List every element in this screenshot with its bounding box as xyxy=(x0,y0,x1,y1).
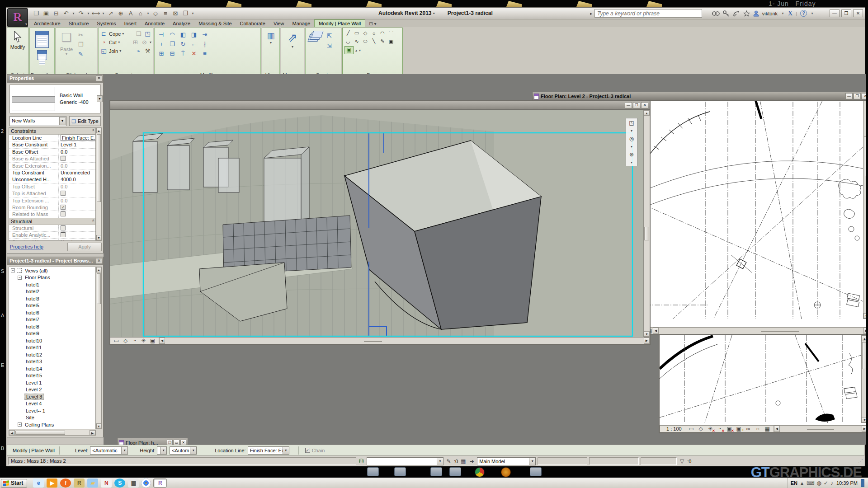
visual-style-icon[interactable]: ◇ xyxy=(698,426,704,432)
antivirus-icon[interactable]: ✓ xyxy=(824,480,828,486)
scroll-left-icon[interactable]: ◀ xyxy=(159,338,165,344)
browser-vertical-scrollbar[interactable]: ▲ ▼ xyxy=(96,267,102,429)
tree-item-hotel1[interactable]: hotel1 xyxy=(9,281,95,288)
property-value[interactable]: 0.0 xyxy=(59,149,95,155)
property-row[interactable]: Base ConstraintLevel 1 xyxy=(9,141,95,148)
rotate-tool[interactable]: ↻ xyxy=(178,39,188,49)
arc-tool[interactable]: ◠ xyxy=(378,29,387,37)
property-row[interactable]: Top Extension ...0.0 xyxy=(9,197,95,204)
property-row[interactable]: Top Offset0.0 xyxy=(9,183,95,190)
paste-button[interactable]: ❏ Paste ▾ xyxy=(56,28,77,71)
extend-tool[interactable]: ⇥ xyxy=(200,30,210,39)
height-combo[interactable]: <Autom▾ xyxy=(170,446,197,455)
desktop-icon[interactable] xyxy=(576,1,592,7)
design-options-icon[interactable]: ▦ xyxy=(460,458,467,465)
array-tool[interactable]: ⊞ xyxy=(156,49,166,58)
zoom-icon-dropdown[interactable]: ▾ xyxy=(631,160,632,164)
viewcube-icon[interactable]: ◳ xyxy=(628,120,635,126)
modify-button[interactable]: Modify xyxy=(7,28,28,71)
system-app-icon[interactable]: ▦ xyxy=(128,479,139,488)
tree-item-hotel11[interactable]: hotel11 xyxy=(9,344,95,352)
scale-icon[interactable]: ▭ xyxy=(113,338,120,344)
tab-architecture[interactable]: Architecture xyxy=(30,20,65,27)
ellipse-tool[interactable]: ⬭ xyxy=(361,38,369,45)
scroll-left-icon[interactable]: ◀ xyxy=(9,430,15,435)
viewcube-icon-dropdown[interactable]: ▾ xyxy=(631,129,632,133)
circle-tool[interactable]: ○ xyxy=(370,29,378,37)
tree-item-ceiling-plans[interactable]: −Ceiling Plans xyxy=(9,421,95,428)
line-tool[interactable]: ╱ xyxy=(344,29,352,37)
project-browser-title[interactable]: Project1-3 radical - Project Brows... ✕ xyxy=(7,257,103,265)
property-row[interactable]: Room Bounding✓ xyxy=(9,204,95,211)
tree-item-hotel13[interactable]: hotel13 xyxy=(9,358,95,366)
location-line-combo[interactable]: Finish Face: Exte▾ xyxy=(248,446,289,455)
revit-taskbar-icon[interactable]: R xyxy=(153,479,167,488)
property-checkbox[interactable] xyxy=(61,232,66,237)
crop-icon[interactable]: ▣ xyxy=(149,338,156,344)
volume-icon[interactable]: ♪ xyxy=(830,480,833,486)
sun-path-icon[interactable]: ☀✕ xyxy=(707,426,714,432)
3d-view-titlebar[interactable]: — ❒ ✕ xyxy=(110,101,650,110)
property-row[interactable]: Location LineFinish Face: E… xyxy=(9,135,95,141)
crop-view-icon[interactable]: ▣✕ xyxy=(726,426,733,432)
property-row[interactable]: Base Extension...0.0 xyxy=(9,163,95,169)
cut-button[interactable]: ◔Cut▾ ⊞⊘▾ xyxy=(99,38,153,47)
tab-modify-place-wall[interactable]: Modify | Place Wall xyxy=(314,19,365,27)
property-row[interactable]: Base Offset0.0 xyxy=(9,149,95,155)
create-group-icon[interactable]: ⇱ xyxy=(326,33,333,39)
tree-item-hotel8[interactable]: hotel8 xyxy=(9,323,95,330)
tree-item-hotel2[interactable]: hotel2 xyxy=(9,288,95,296)
app-titlebar[interactable]: ❒▣⊟↶▾↷▾⟷▾↗⊕A⌂▾◇≡⊠❐▾ Autodesk Revit 2013 … xyxy=(6,8,865,19)
filter-combo[interactable]: New Walls ▾ xyxy=(9,116,66,126)
child-close-icon[interactable]: ✕ xyxy=(862,93,866,99)
folder-icon[interactable]: ▰ xyxy=(87,479,98,488)
tree-item-hotel12[interactable]: hotel12 xyxy=(9,351,95,358)
tree-item-level-1[interactable]: Level 1 xyxy=(9,379,95,386)
property-row[interactable]: Enable Analytic... xyxy=(9,232,95,239)
shadows-icon[interactable]: ◔✕ xyxy=(717,426,723,432)
section-header[interactable]: Constraints» xyxy=(9,128,95,135)
language-indicator[interactable]: EN xyxy=(791,480,797,486)
rectangle-tool[interactable]: ▭ xyxy=(353,29,361,37)
internet-explorer-icon[interactable]: e xyxy=(33,479,44,488)
property-checkbox[interactable] xyxy=(61,225,66,230)
reveal-hidden-icon[interactable]: ○ xyxy=(755,426,761,432)
navigation-bar[interactable]: ◳▾◎▾⊕▾ xyxy=(626,118,637,166)
clock[interactable]: 10:39 PM xyxy=(836,480,858,486)
property-row[interactable]: Top is Attached xyxy=(9,190,95,197)
minimize-button[interactable]: — xyxy=(830,9,840,17)
pick-lines-tool[interactable]: ╲ xyxy=(370,38,378,45)
tree-expander-icon[interactable]: − xyxy=(11,268,15,272)
floor-plan-level2-window[interactable]: ▲▼ ▦ ◀ ▶ xyxy=(645,92,866,335)
split-face-icon[interactable]: ⌁ xyxy=(135,47,142,54)
worksets-icon[interactable]: ⛁ xyxy=(358,458,365,465)
copy-clipboard-icon[interactable]: ❐ xyxy=(77,41,85,48)
property-value[interactable] xyxy=(59,190,95,197)
keyboard-icon[interactable]: ⌨ xyxy=(807,480,814,486)
child-restore-icon[interactable]: ❒ xyxy=(854,93,861,99)
apply-coping-icon[interactable]: ⊞ xyxy=(132,39,139,46)
start-button[interactable]: Start xyxy=(1,479,27,488)
type-selector-dropdown-icon[interactable]: ▾ xyxy=(97,95,103,102)
subscription-key-icon[interactable] xyxy=(723,10,730,17)
tab-systems[interactable]: Systems xyxy=(93,20,120,27)
scroll-right-icon[interactable]: ▶ xyxy=(644,338,650,344)
view-scale[interactable]: 1 : 100 xyxy=(663,426,685,432)
beam-join-icon[interactable]: ◳ xyxy=(144,30,151,37)
browser-horizontal-scrollbar[interactable]: ◀ ▶ xyxy=(9,430,96,436)
tab-manage[interactable]: Manage xyxy=(288,20,315,27)
property-row[interactable]: Structural xyxy=(9,225,95,232)
tree-item-hotel3[interactable]: hotel3 xyxy=(9,295,95,302)
filter-icon[interactable]: ▽ xyxy=(679,458,685,465)
tree-item-level-1[interactable]: Level-- 1 xyxy=(9,407,95,414)
properties-scrollbar[interactable]: ▲ ▼ xyxy=(96,127,102,241)
child-close-icon[interactable]: ✕ xyxy=(641,102,648,108)
tree-item-level-3[interactable]: Level 3 xyxy=(9,393,95,400)
property-row[interactable]: Base is Attached xyxy=(9,155,95,162)
user-account-icon[interactable] xyxy=(753,10,759,17)
property-value[interactable]: 0.0 xyxy=(59,197,95,204)
mirror-draw-tool[interactable]: ◨ xyxy=(189,30,199,39)
daemon-tools-icon[interactable] xyxy=(501,467,511,477)
delete-tool[interactable]: ✕ xyxy=(189,49,199,58)
exchange-apps-icon[interactable]: X xyxy=(788,10,793,17)
